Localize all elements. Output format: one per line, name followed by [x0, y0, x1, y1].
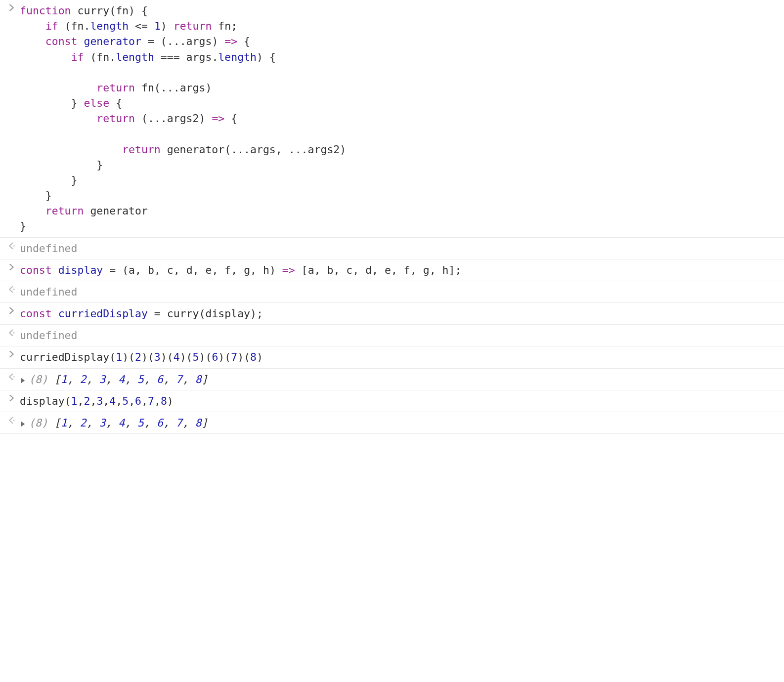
result-arrow-icon — [8, 417, 15, 424]
expand-collapsed-icon — [20, 421, 26, 427]
devtools-console: function curry(fn) { if (fn.length <= 1)… — [0, 0, 784, 434]
input-prompt-icon — [3, 262, 20, 270]
result-arrow-icon — [8, 242, 15, 250]
array-length-meta: (8) — [29, 417, 54, 429]
console-result-entry[interactable]: undefined — [0, 238, 784, 259]
svg-point-4 — [13, 420, 14, 421]
array-length-meta: (8) — [29, 373, 54, 385]
console-input-entry[interactable]: function curry(fn) { if (fn.length <= 1)… — [0, 0, 784, 238]
console-code[interactable]: curriedDisplay(1)(2)(3)(4)(5)(6)(7)(8) — [20, 349, 779, 365]
input-prompt-icon — [3, 349, 20, 357]
svg-point-3 — [13, 376, 14, 378]
console-result-value: undefined — [20, 328, 779, 343]
input-prompt-icon — [3, 3, 20, 11]
console-input-entry[interactable]: const curriedDisplay = curry(display); — [0, 303, 784, 325]
console-result-entry[interactable]: (8) [1, 2, 3, 4, 5, 6, 7, 8] — [0, 412, 784, 434]
undefined-result: undefined — [20, 329, 78, 341]
console-code[interactable]: const curriedDisplay = curry(display); — [20, 306, 779, 321]
result-prompt-icon — [3, 284, 20, 293]
expand-toggle[interactable] — [20, 421, 26, 427]
undefined-result: undefined — [20, 242, 78, 255]
console-input-entry[interactable]: const display = (a, b, c, d, e, f, g, h)… — [0, 259, 784, 281]
chevron-right-icon — [8, 264, 15, 270]
console-input-entry[interactable]: display(1,2,3,4,5,6,7,8) — [0, 390, 784, 412]
console-result-value: undefined — [20, 284, 779, 299]
array-preview[interactable]: [1, 2, 3, 4, 5, 6, 7, 8] — [54, 417, 208, 429]
result-arrow-icon — [8, 329, 15, 337]
expand-collapsed-icon — [20, 378, 26, 384]
result-prompt-icon — [3, 328, 20, 337]
result-prompt-icon — [3, 372, 20, 381]
console-code[interactable]: display(1,2,3,4,5,6,7,8) — [20, 393, 779, 409]
result-arrow-icon — [8, 286, 15, 293]
console-result-value: undefined — [20, 241, 779, 256]
svg-point-2 — [13, 332, 14, 334]
console-result-entry[interactable]: undefined — [0, 325, 784, 346]
chevron-right-icon — [8, 4, 15, 11]
expand-toggle[interactable] — [20, 378, 26, 384]
console-result-value: (8) [1, 2, 3, 4, 5, 6, 7, 8] — [20, 372, 779, 387]
svg-point-1 — [13, 289, 14, 290]
undefined-result: undefined — [20, 286, 78, 298]
console-result-entry[interactable]: (8) [1, 2, 3, 4, 5, 6, 7, 8] — [0, 369, 784, 390]
console-code[interactable]: const display = (a, b, c, d, e, f, g, h)… — [20, 262, 779, 278]
input-prompt-icon — [3, 393, 20, 401]
chevron-right-icon — [8, 307, 15, 314]
chevron-right-icon — [8, 351, 15, 357]
chevron-right-icon — [8, 395, 15, 401]
result-arrow-icon — [8, 373, 15, 381]
array-preview[interactable]: [1, 2, 3, 4, 5, 6, 7, 8] — [54, 373, 208, 385]
console-code[interactable]: function curry(fn) { if (fn.length <= 1)… — [20, 3, 779, 234]
input-prompt-icon — [3, 306, 20, 314]
result-prompt-icon — [3, 241, 20, 250]
console-result-value: (8) [1, 2, 3, 4, 5, 6, 7, 8] — [20, 415, 779, 430]
svg-point-0 — [13, 245, 14, 247]
console-result-entry[interactable]: undefined — [0, 281, 784, 303]
console-input-entry[interactable]: curriedDisplay(1)(2)(3)(4)(5)(6)(7)(8) — [0, 346, 784, 368]
result-prompt-icon — [3, 415, 20, 424]
